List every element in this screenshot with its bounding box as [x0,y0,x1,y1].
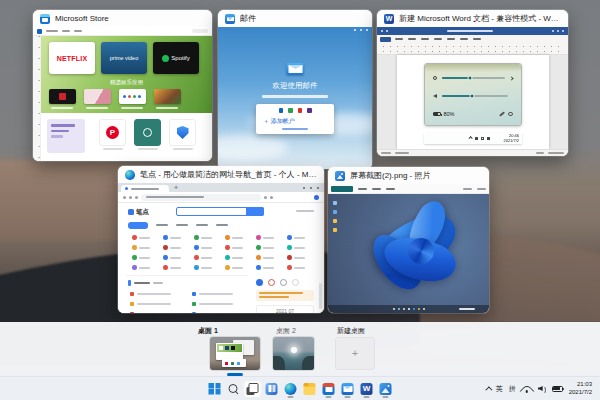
wifi-icon[interactable] [522,385,532,393]
window-title-mail: 邮件 [240,13,256,24]
store-taskbar-button[interactable] [320,380,338,398]
battery-icon [433,112,441,117]
file-explorer-button[interactable] [301,380,319,398]
mail-taskbar-button[interactable] [339,380,357,398]
bidian-logo: 笔点 [128,208,149,217]
widgets-button[interactable] [263,380,281,398]
mail-icon [342,383,354,395]
bookmark-grid-labels [139,237,150,239]
desktop-2-thumbnail[interactable] [273,337,314,370]
window-header-edge: 笔点 - 用心做最简洁的网址导航_首页 - 个人 - Microsoft Edg… [118,166,324,183]
account-provider-icons [256,108,334,113]
tab-title-dash [131,188,159,190]
quick-action-circles [256,279,316,286]
toolbar-dash [358,188,367,190]
tab-favicon [125,187,128,190]
store-sidebar [33,36,41,161]
url-text-dash [146,196,204,198]
taskbar-center-icons [206,377,395,400]
volume-icon [433,94,437,98]
desktop-2-label[interactable]: 桌面 2 [276,326,296,336]
add-account-link: ＋ 添加帐户 [263,117,295,126]
spotify-label: Spotify [171,55,189,61]
yahoo-provider-icon [307,108,312,113]
ime-language-indicator[interactable]: 英 [496,384,503,394]
word-icon [361,383,373,395]
control-dot [317,187,319,189]
mini-chevron-icon [468,137,472,141]
list-item-labels [137,293,171,295]
netflix-tile: NETFLIX [49,42,95,74]
ime-pinyin-indicator[interactable]: 拼 [509,384,516,394]
ribbon-tab-dash [447,38,455,40]
ribbon-tab-dash [460,38,468,40]
system-tray: 英 拼 21:03 2021/7/2 [485,377,592,400]
edge-window-controls [303,187,319,189]
slider-fill [442,95,472,97]
pencil-icon [499,111,505,116]
window-title-edge: 笔点 - 用心做最简洁的网址导航_首页 - 个人 - Microsoft Edg… [140,169,317,180]
new-desktop-button[interactable]: + [335,337,375,370]
exchange-provider-icon [288,108,293,113]
screenshot-desktop-icons [333,201,337,205]
chevron-right-icon [509,76,513,80]
mini-window [216,343,243,360]
edge-taskbar-button[interactable] [282,380,300,398]
mini-ime-icon [475,137,478,140]
slider-knob [469,93,474,98]
page-scrollbar [319,283,322,309]
word-taskbar-button[interactable] [358,380,376,398]
photos-taskbar-button[interactable] [377,380,395,398]
store-promo-card [47,119,85,153]
battery-icon[interactable] [552,386,563,392]
screenshot-clock: 20:46 2021/7/2 [506,134,519,143]
start-button[interactable] [206,380,224,398]
window-mail[interactable]: 邮件 欢迎使用邮件 ＋ 添加帐户 [218,10,372,169]
ribbon-tab-dash [434,38,442,40]
pinterest-app-tile [99,119,126,146]
tray-overflow-chevron-icon[interactable] [485,386,492,393]
mail-envelope-icon [287,63,304,75]
window-edge[interactable]: 笔点 - 用心做最简洁的网址导航_首页 - 个人 - Microsoft Edg… [118,166,324,313]
category-dash [216,224,228,226]
task-view-button[interactable] [244,380,262,398]
calendar-widget: 2021 07 [256,305,314,313]
search-button[interactable] [225,380,243,398]
desktop-1-thumbnail[interactable] [210,337,260,370]
store-app-icon [40,14,50,24]
folder-icon [304,383,316,395]
mini-tray-icon [487,137,490,140]
store-search-pill [192,29,208,33]
edge-thumbnail: 笔点 2021 07 [118,183,324,313]
circle-icon [280,279,287,286]
virtual-desktop-strip: 桌面 1 桌面 2 新建桌面 + [0,322,600,376]
window-header-word: 新建 Microsoft Word 文档 - 兼容性模式 - Word [377,10,568,27]
clock[interactable]: 21:03 2021/7/2 [569,381,592,396]
promo-text-bar [51,130,69,133]
slider-knob [468,75,473,80]
ribbon-tab-dash [421,38,429,40]
window-word[interactable]: 新建 Microsoft Word 文档 - 兼容性模式 - Word [377,10,568,156]
control-dot [360,29,362,31]
toolbar-dash [372,188,381,190]
desktop-1-label[interactable]: 桌面 1 [198,326,218,336]
dialog-footer-link-bar [282,128,308,130]
volume-icon[interactable] [538,385,546,393]
window-header-photos: 屏幕截图(2).png - 照片 [328,167,489,184]
store-section-title: 精选娱乐应用 [41,79,212,86]
promo-text-bar [51,135,63,138]
toolbar-icon [270,196,273,199]
window-microsoft-store[interactable]: Microsoft Store NETFLIX prime video Spot… [33,10,212,161]
new-desktop-label[interactable]: 新建桌面 [337,326,365,336]
word-app-icon [384,14,394,24]
section-accent-bar [128,280,131,286]
security-app-tile [169,119,196,146]
prime-video-label: prime video [110,55,138,61]
ribbon-tab-dash [408,38,416,40]
ribbon-tab-dash [395,38,403,40]
spotify-logo-icon [162,55,169,62]
notice-text-dash [259,296,289,298]
category-dash [156,224,168,226]
photos-toolbar [328,184,489,194]
window-photos[interactable]: 屏幕截图(2).png - 照片 [328,167,489,313]
